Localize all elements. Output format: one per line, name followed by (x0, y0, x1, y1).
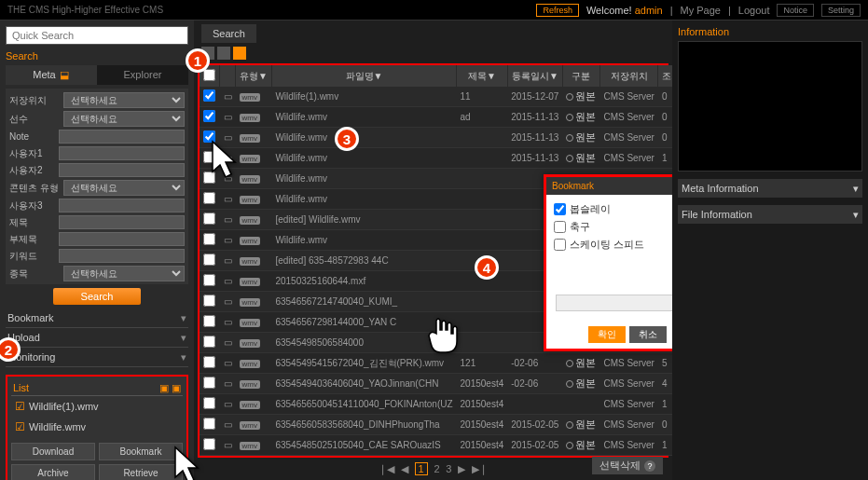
cell-title (457, 230, 508, 251)
col-regdate[interactable]: 등록일시▼ (507, 65, 562, 87)
page-first-icon[interactable]: ❘◀ (379, 463, 394, 474)
row-checkbox[interactable] (203, 233, 215, 245)
search-button[interactable]: Search (53, 288, 142, 305)
page-current[interactable]: 1 (415, 462, 428, 475)
select-all-checkbox[interactable] (203, 69, 215, 81)
row-checkbox[interactable] (203, 274, 215, 286)
table-row[interactable]: ▭ wmv 63545485025105040_CAE SAROuazIS 20… (200, 435, 672, 456)
retrieve-button[interactable]: Retrieve (99, 464, 183, 480)
table-row[interactable]: ▭ wmv 63546560583568040_DINHPhuongTha 20… (200, 415, 672, 435)
download-button[interactable]: Download (11, 443, 95, 460)
list-tools-icon[interactable]: ▣ ▣ (159, 382, 181, 394)
list-item[interactable]: ☑Wildlife.wmv (11, 417, 183, 437)
file-icon: ▭ (220, 435, 236, 456)
row-checkbox[interactable] (203, 192, 215, 204)
bookmark-option-checkbox[interactable] (554, 220, 566, 234)
bookmark-button[interactable]: Bookmark (99, 443, 183, 460)
col-filename[interactable]: 파일명▼ (271, 65, 456, 87)
user2-input[interactable] (59, 163, 185, 177)
page-next-icon[interactable]: ▶ (458, 463, 465, 474)
upload-section[interactable]: Upload▾ (6, 328, 188, 348)
table-row[interactable]: ▭ wmv Wildlife.wmv 2015-11-13 원본 CMS Ser… (200, 128, 672, 148)
title-input[interactable] (59, 215, 185, 229)
bookmark-name-input[interactable] (556, 295, 672, 311)
chevron-down-icon: ▾ (853, 183, 859, 195)
tab-meta[interactable]: Meta ⬓ (6, 65, 97, 85)
row-checkbox[interactable] (203, 397, 215, 409)
save-icon[interactable] (233, 47, 246, 60)
table-row[interactable]: ▭ wmv Wildlife.wmv ad 2015-11-13 원본 CMS … (200, 107, 672, 128)
subtitle-input[interactable] (59, 232, 185, 246)
cell-date: 2015-02-05 (507, 415, 562, 435)
page-link[interactable]: 3 (446, 463, 451, 474)
setting-button[interactable]: Setting (821, 4, 861, 17)
delete-selected-button[interactable]: 선택삭제? (592, 457, 663, 474)
ok-button[interactable]: 확인 (588, 326, 626, 343)
file-icon: ▭ (220, 230, 236, 251)
cancel-button[interactable]: 취소 (629, 326, 667, 343)
content-type-select[interactable]: 선택하세요 (63, 180, 185, 196)
note-input[interactable] (59, 130, 185, 144)
loc-select[interactable]: 선택하세요 (63, 92, 185, 108)
file-icon: ▭ (220, 312, 236, 333)
row-checkbox[interactable] (203, 295, 215, 307)
table-row[interactable]: ▭ wmv Wildlife(1).wmv 11 2015-12-07 원본 C… (200, 87, 672, 107)
help-icon[interactable]: ? (644, 460, 655, 472)
view-grid-icon[interactable] (217, 47, 230, 60)
type-badge: wmv (240, 93, 260, 102)
row-checkbox[interactable] (203, 254, 215, 266)
file-icon: ▭ (220, 353, 236, 374)
row-checkbox[interactable] (203, 336, 215, 348)
meta-info-header[interactable]: Meta Information▾ (678, 179, 862, 198)
mypage-link[interactable]: My Page (681, 5, 721, 16)
cell-views: 1 (658, 394, 672, 415)
monitoring-section[interactable]: Monitoring▾ (6, 348, 188, 367)
bookmark-section[interactable]: Bookmark▾ (6, 309, 188, 328)
page-link[interactable]: 2 (434, 463, 439, 474)
col-views[interactable]: 조회수▼ (658, 65, 672, 87)
player-select[interactable]: 선택하세요 (63, 111, 185, 127)
bookmark-option-checkbox[interactable] (554, 238, 566, 252)
col-storage[interactable]: 저장위치 (599, 65, 657, 87)
user3-input[interactable] (59, 199, 185, 213)
page-last-icon[interactable]: ▶❘ (472, 463, 488, 474)
row-checkbox[interactable] (203, 418, 215, 430)
table-row[interactable]: ▭ wmv 63546565004514110040_FOKINAnton(UZ… (200, 394, 672, 415)
annotation-marker-1: 1 (186, 48, 210, 73)
tab-explorer[interactable]: Explorer (97, 65, 188, 85)
category-select[interactable]: 선택하세요 (63, 266, 185, 281)
cell-views: 1 (658, 435, 672, 456)
cell-date: 2015-11-13 (507, 148, 562, 169)
col-type[interactable]: 유형▼ (236, 65, 272, 87)
cell-views: 1 (658, 148, 672, 169)
keyword-input[interactable] (59, 249, 185, 263)
row-checkbox[interactable] (203, 89, 215, 102)
cell-title (457, 169, 508, 189)
page-prev-icon[interactable]: ◀ (401, 463, 408, 474)
cell-filename: Wildlife.wmv (271, 128, 456, 148)
archive-button[interactable]: Archive (11, 464, 95, 480)
search-tab[interactable]: Search (201, 24, 256, 43)
cell-views: 0 (658, 87, 672, 107)
row-checkbox[interactable] (203, 213, 215, 225)
col-division[interactable]: 구분 (562, 65, 599, 87)
row-checkbox[interactable] (203, 377, 215, 389)
table-row[interactable]: ▭ wmv 63545494036406040_YAOJinnan(CHN 20… (200, 374, 672, 394)
notice-button[interactable]: Notice (777, 4, 814, 17)
quick-search-input[interactable] (6, 26, 188, 45)
separator: | (670, 5, 673, 16)
refresh-button[interactable]: Refresh (536, 4, 579, 17)
row-checkbox[interactable] (203, 356, 215, 368)
cell-storage: CMS Server (599, 128, 657, 148)
check-icon: ☑ (15, 400, 25, 413)
col-title[interactable]: 제목▼ (457, 65, 508, 87)
logout-link[interactable]: Logout (738, 5, 770, 16)
user1-input[interactable] (59, 146, 185, 160)
list-item[interactable]: ☑Wildlife(1).wmv (11, 396, 183, 417)
chevron-down-icon: ▾ (181, 351, 186, 363)
row-checkbox[interactable] (203, 315, 215, 327)
bookmark-option-checkbox[interactable] (554, 202, 566, 216)
table-row[interactable]: ▭ wmv Wildlife.wmv 2015-11-13 원본 CMS Ser… (200, 148, 672, 169)
row-checkbox[interactable] (203, 110, 215, 122)
file-info-header[interactable]: File Information▾ (678, 205, 862, 224)
